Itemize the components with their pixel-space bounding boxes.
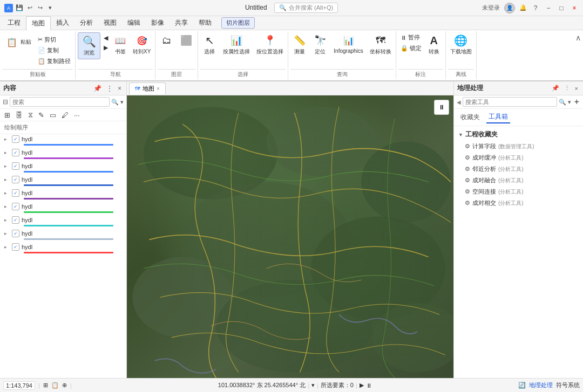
layers-edit-button[interactable]: ✎ (37, 111, 46, 120)
geo-tool-item[interactable]: ⚙ 成对缓冲 (分析工具) (458, 152, 579, 163)
layer-item[interactable]: ▸ ✓ hydl (0, 148, 126, 157)
geo-panel-more-button[interactable]: ⋮ (562, 84, 572, 92)
geo-tool-item[interactable]: ⚙ 空间连接 (分析工具) (458, 186, 579, 197)
select-button[interactable]: ↖ 选择 (200, 32, 219, 57)
forward-button[interactable]: ▶ (101, 43, 110, 52)
copy-path-button[interactable]: 📋 复制路径 (36, 56, 73, 66)
map-canvas[interactable]: ⏸ (127, 95, 453, 378)
geo-search-back[interactable]: ◀ (457, 99, 461, 105)
select-by-attr-button[interactable]: 📊 按属性选择 (221, 32, 252, 57)
layers-db-button[interactable]: 🗄 (14, 111, 24, 120)
locate-button[interactable]: 🔭 定位 (311, 32, 329, 57)
layer-checkbox[interactable]: ✓ (12, 176, 19, 183)
map-tools-icon2[interactable]: 📋 (51, 382, 59, 389)
play-button[interactable]: ▶ (360, 382, 364, 389)
geo-section-header[interactable]: ▼ 工程收藏夹 (458, 128, 579, 141)
layer-item[interactable]: ▸ ✓ hydl (0, 242, 126, 252)
layer-item[interactable]: ▸ ✓ hydl (0, 188, 126, 198)
geo-panel-close-button[interactable]: × (573, 85, 580, 92)
minimize-button[interactable]: − (544, 4, 553, 12)
layers-grid-button[interactable]: ⊞ (3, 111, 12, 120)
layer-checkbox[interactable]: ✓ (12, 203, 19, 210)
menu-edit[interactable]: 编辑 (122, 16, 146, 30)
geo-tool-item[interactable]: ⚙ 成对相交 (分析工具) (458, 197, 579, 209)
geo-search-dropdown[interactable]: ▾ (568, 99, 571, 106)
menu-insert[interactable]: 插入 (51, 16, 74, 30)
layer-checkbox[interactable]: ✓ (12, 216, 19, 224)
layers-search-button[interactable]: 🔍 (111, 99, 119, 106)
panel-more-button[interactable]: ⋮ (105, 84, 114, 93)
goto-xy-button[interactable]: 🎯 转到XY (131, 32, 153, 57)
ribbon-expand-button[interactable]: ∧ (573, 31, 583, 79)
map-tools-icon3[interactable]: ⊕ (62, 382, 67, 389)
layers-search-dropdown[interactable]: ▾ (120, 99, 124, 106)
bookmark-button[interactable]: 📖 书签 (111, 32, 130, 57)
undo-button[interactable]: ↩ (25, 4, 34, 12)
pause-button[interactable]: ⏸ 暂停 (398, 32, 424, 43)
quick-access-more-button[interactable]: ▾ (46, 4, 55, 12)
infographics-button[interactable]: 📊 Infographics (331, 32, 365, 56)
layer-item[interactable]: ▸ ✓ hydl (0, 175, 126, 184)
layers-search-input[interactable] (10, 97, 110, 107)
browse-button[interactable]: 🔍 浏览 (78, 32, 100, 59)
coord-convert-button[interactable]: 🗺 坐标转换 (368, 32, 394, 57)
layer-checkbox[interactable]: ✓ (12, 230, 19, 237)
layer-checkbox[interactable]: ✓ (12, 162, 19, 170)
coord-dropdown[interactable]: ▾ (311, 382, 315, 389)
redo-button[interactable]: ↪ (36, 4, 44, 12)
geo-add-button[interactable]: ＋ (573, 97, 580, 107)
user-avatar[interactable]: 👤 (504, 3, 515, 13)
pause-status-button[interactable]: ⏸ (366, 382, 372, 389)
layers-pen-button[interactable]: 🖊 (60, 111, 70, 120)
map-tools-icon1[interactable]: ⊞ (43, 382, 48, 389)
map-tab-close[interactable]: × (157, 86, 160, 92)
map-navigation-button[interactable]: ⏸ (434, 100, 449, 115)
measure-button[interactable]: 📏 测量 (290, 32, 309, 57)
layer-item[interactable]: ▸ ✓ hydl (0, 161, 126, 171)
convert-button[interactable]: A 转换 (425, 32, 443, 57)
layers-more-button[interactable]: ··· (72, 111, 82, 120)
map-tab[interactable]: 🗺 地图 × (129, 82, 166, 94)
layer-checkbox[interactable]: ✓ (12, 149, 19, 156)
cut-button[interactable]: ✂ 剪切 (36, 35, 73, 45)
copy-button[interactable]: 📄 复制 (36, 45, 73, 56)
layer-checkbox[interactable]: ✓ (12, 189, 19, 197)
refresh-icon[interactable]: 🔄 (518, 382, 526, 389)
back-button[interactable]: ◀ (101, 33, 110, 43)
paste-button[interactable]: 📋 粘贴 (2, 32, 35, 52)
layer-btn2[interactable]: ⬛ (177, 32, 195, 49)
geo-search-button[interactable]: 🔍 (559, 99, 566, 106)
menu-imagery[interactable]: 影像 (146, 16, 170, 30)
menu-view[interactable]: 视图 (98, 16, 122, 30)
geo-processing-status[interactable]: 地理处理 (529, 381, 553, 389)
save-button[interactable]: 💾 (15, 4, 24, 12)
layer-checkbox[interactable]: ✓ (12, 135, 19, 143)
notification-icon[interactable]: 🔔 (519, 4, 527, 11)
maximize-button[interactable]: □ (557, 4, 566, 12)
menu-map[interactable]: 地图 (26, 16, 51, 30)
geo-search-input[interactable] (463, 97, 557, 107)
layer-item[interactable]: ▸ ✓ hydl (0, 134, 126, 144)
geo-tool-item[interactable]: ⚙ 计算字段 (数据管理工具) (458, 141, 579, 152)
menu-share[interactable]: 共享 (170, 16, 193, 30)
layer-item[interactable]: ▸ ✓ hydl (0, 202, 126, 211)
menu-analysis[interactable]: 分析 (74, 16, 98, 30)
scale-selector[interactable]: 1:143,794 (3, 381, 35, 390)
layers-rect-button[interactable]: ▭ (48, 111, 58, 120)
lock-button[interactable]: 🔒 锁定 (398, 43, 424, 53)
geo-panel-pin-button[interactable]: 📌 (550, 84, 561, 92)
layers-filter-button[interactable]: ⧖ (26, 110, 35, 120)
layer-item[interactable]: ▸ ✓ hydl (0, 229, 126, 238)
layer-btn1[interactable]: 🗂 (158, 32, 176, 49)
layer-item[interactable]: ▸ ✓ hydl (0, 215, 126, 225)
select-by-loc-button[interactable]: 📍 按位置选择 (254, 32, 286, 57)
menu-project[interactable]: 工程 (2, 16, 26, 30)
symbol-system-status[interactable]: 符号系统 (556, 381, 580, 389)
menu-help[interactable]: 帮助 (193, 16, 217, 30)
geo-tool-item[interactable]: ⚙ 邻近分析 (分析工具) (458, 163, 579, 175)
help-button[interactable]: ? (531, 4, 540, 12)
download-map-button[interactable]: 🌐 下载地图 (448, 32, 474, 57)
chip-tab-tile-layer[interactable]: 切片图层 (221, 17, 255, 29)
close-button[interactable]: × (570, 4, 579, 12)
layer-checkbox[interactable]: ✓ (12, 243, 19, 251)
